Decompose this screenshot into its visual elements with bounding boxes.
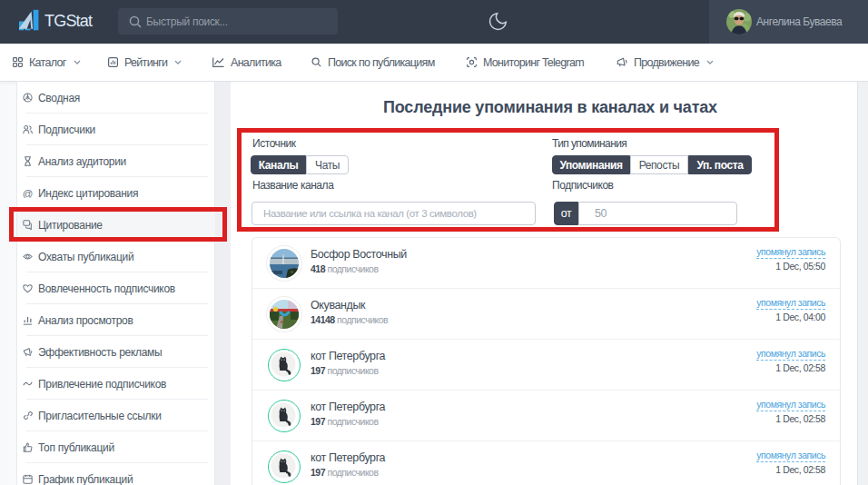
svg-text:@: @ xyxy=(23,188,33,198)
